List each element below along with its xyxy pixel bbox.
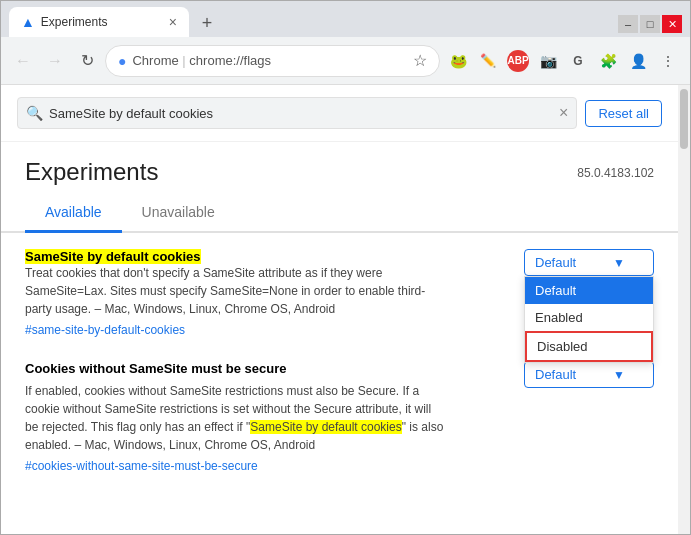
experiment-control-1: Default ▼ Default Enabled Disabled xyxy=(524,249,654,276)
experiment-item-secure: Cookies without SameSite must be secure … xyxy=(25,361,654,473)
clear-search-button[interactable]: × xyxy=(559,104,568,122)
new-tab-button[interactable]: + xyxy=(193,9,221,37)
dropdown-arrow-1: ▼ xyxy=(613,256,625,270)
back-button[interactable]: ← xyxy=(9,47,37,75)
chrome-window: ▲ Experiments × + – □ ✕ ← → ↻ ● Chrome |… xyxy=(0,0,691,535)
frog-icon[interactable]: 🐸 xyxy=(444,47,472,75)
scrollbar-thumb[interactable] xyxy=(680,89,688,149)
search-bar: 🔍 × Reset all xyxy=(1,85,678,142)
search-input[interactable] xyxy=(49,106,553,121)
experiment-control-2: Default ▼ xyxy=(524,361,654,388)
maximize-button[interactable]: □ xyxy=(640,15,660,33)
experiments-list: SameSite by default cookies Treat cookie… xyxy=(1,233,678,513)
minimize-button[interactable]: – xyxy=(618,15,638,33)
tab-title: Experiments xyxy=(41,15,163,29)
edit-icon[interactable]: ✏️ xyxy=(474,47,502,75)
dropdown-select-1[interactable]: Default ▼ xyxy=(524,249,654,276)
experiment-title-highlight-1: SameSite by default cookies xyxy=(25,249,201,264)
forward-button[interactable]: → xyxy=(41,47,69,75)
tab-available[interactable]: Available xyxy=(25,194,122,233)
dropdown-option-default[interactable]: Default xyxy=(525,277,653,304)
dropdown-current-1: Default xyxy=(535,255,576,270)
tab-unavailable[interactable]: Unavailable xyxy=(122,194,235,233)
experiment-desc-2: If enabled, cookies without SameSite res… xyxy=(25,382,445,454)
chrome-icon: ● xyxy=(118,53,126,69)
address-bar: ← → ↻ ● Chrome | chrome://flags ☆ 🐸 ✏️ A… xyxy=(1,37,690,85)
dropdown-container-1: Default ▼ Default Enabled Disabled xyxy=(524,249,654,276)
main-area: 🔍 × Reset all Experiments 85.0.4183.102 … xyxy=(1,85,678,534)
page-content: 🔍 × Reset all Experiments 85.0.4183.102 … xyxy=(1,85,690,534)
dropdown-arrow-2: ▼ xyxy=(613,368,625,382)
experiments-heading: Experiments 85.0.4183.102 xyxy=(1,142,678,194)
dropdown-menu-1: Default Enabled Disabled xyxy=(524,276,654,363)
experiment-link-2[interactable]: #cookies-without-same-site-must-be-secur… xyxy=(25,459,258,473)
version-text: 85.0.4183.102 xyxy=(577,158,654,180)
dropdown-current-2: Default xyxy=(535,367,576,382)
translate-icon[interactable]: G xyxy=(564,47,592,75)
dropdown-select-2[interactable]: Default ▼ xyxy=(524,361,654,388)
url-text: Chrome | chrome://flags xyxy=(132,53,407,68)
title-bar: ▲ Experiments × + – □ ✕ xyxy=(1,1,690,37)
experiment-item-samesite: SameSite by default cookies Treat cookie… xyxy=(25,249,654,337)
tabs-bar: Available Unavailable xyxy=(1,194,678,233)
dropdown-container-2: Default ▼ xyxy=(524,361,654,388)
menu-icon[interactable]: ⋮ xyxy=(654,47,682,75)
reset-all-button[interactable]: Reset all xyxy=(585,100,662,127)
experiment-desc-1: Treat cookies that don't specify a SameS… xyxy=(25,264,445,318)
scrollbar[interactable] xyxy=(678,85,690,534)
experiment-text-2: Cookies without SameSite must be secure … xyxy=(25,361,524,473)
tab-area: ▲ Experiments × + xyxy=(9,7,618,37)
url-bar[interactable]: ● Chrome | chrome://flags ☆ xyxy=(105,45,440,77)
search-input-wrap: 🔍 × xyxy=(17,97,577,129)
abp-icon[interactable]: ABP xyxy=(504,47,532,75)
screenshot-icon[interactable]: 📷 xyxy=(534,47,562,75)
experiment-text-1: SameSite by default cookies Treat cookie… xyxy=(25,249,524,337)
bookmark-icon[interactable]: ☆ xyxy=(413,51,427,70)
extensions-icon[interactable]: 🧩 xyxy=(594,47,622,75)
experiment-row-1: SameSite by default cookies Treat cookie… xyxy=(25,249,654,337)
search-icon: 🔍 xyxy=(26,105,43,121)
experiment-row-2: Cookies without SameSite must be secure … xyxy=(25,361,654,473)
active-tab[interactable]: ▲ Experiments × xyxy=(9,7,189,37)
tab-icon: ▲ xyxy=(21,14,35,30)
toolbar-icons: 🐸 ✏️ ABP 📷 G 🧩 👤 ⋮ xyxy=(444,47,682,75)
tab-close-button[interactable]: × xyxy=(169,14,177,30)
dropdown-option-disabled[interactable]: Disabled xyxy=(525,331,653,362)
window-controls: – □ ✕ xyxy=(618,15,682,33)
experiment-title-2: Cookies without SameSite must be secure xyxy=(25,361,508,376)
close-button[interactable]: ✕ xyxy=(662,15,682,33)
experiment-link-1[interactable]: #same-site-by-default-cookies xyxy=(25,323,185,337)
inline-highlight: SameSite by default cookies xyxy=(250,420,401,434)
dropdown-option-enabled[interactable]: Enabled xyxy=(525,304,653,331)
reload-button[interactable]: ↻ xyxy=(73,47,101,75)
experiment-title-1: SameSite by default cookies xyxy=(25,249,508,264)
page-title: Experiments xyxy=(25,158,158,186)
profile-icon[interactable]: 👤 xyxy=(624,47,652,75)
